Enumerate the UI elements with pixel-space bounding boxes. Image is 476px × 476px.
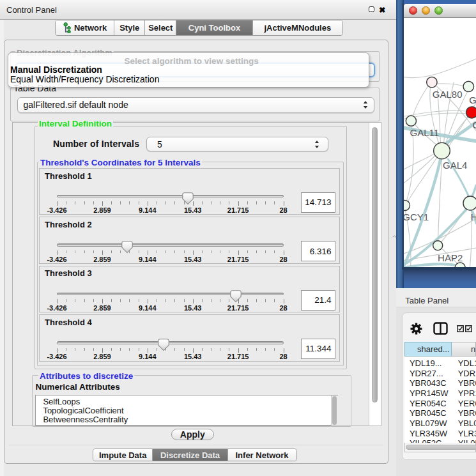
svg-text:H: H [470, 211, 476, 222]
svg-text:GCY1: GCY1 [404, 211, 429, 222]
svg-text:GAL11: GAL11 [410, 127, 439, 138]
svg-text:C: C [472, 119, 476, 130]
svg-text:HAP2: HAP2 [438, 252, 463, 263]
svg-text:GAL80: GAL80 [432, 89, 462, 100]
svg-text:GAL4: GAL4 [443, 160, 467, 171]
svg-text:GAL: GAL [469, 95, 476, 105]
